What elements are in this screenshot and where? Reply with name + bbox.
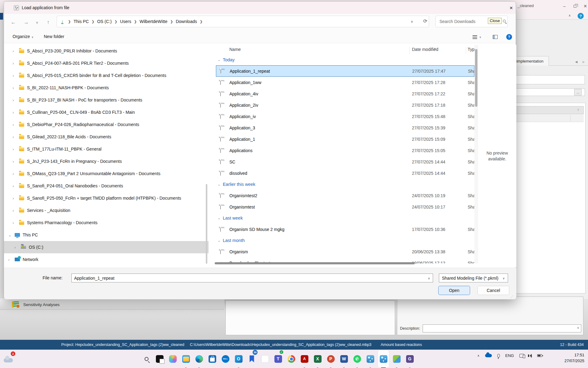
- file-type-select[interactable]: Shared Modeling File (*.pkml): [439, 274, 508, 282]
- chevron-collapsed-icon[interactable]: ›: [13, 220, 16, 225]
- taskbar-item-greenshot[interactable]: [393, 351, 401, 366]
- forward-icon[interactable]: →: [24, 19, 29, 25]
- taskbar-item-acrobat[interactable]: A: [300, 351, 308, 366]
- chevron-down-icon[interactable]: ∨: [428, 277, 430, 280]
- taskbar-item-mobi[interactable]: [379, 351, 387, 366]
- tree-item-s-absci-p24-007-abs-201-prlr-tier2-docum[interactable]: ›S_Absci_P24-007-ABS-201 PRLR Tier2 - Do…: [4, 57, 209, 69]
- chevron-expanded-icon[interactable]: ⌄: [8, 233, 12, 237]
- tree-item-s-absci-p25-015-cxcr5-binder-for-b-and-t[interactable]: ›S_Absci_P25-015_CXCR5 binder for B and …: [4, 69, 209, 82]
- file-row-organismtest2[interactable]: PKMLOrganismtest224/07/2025 10:19Shar: [216, 190, 474, 201]
- tree-item-s-jnj-p23-143-fcrn-in-pregnancy-document[interactable]: ›S_JnJ_P23-143_FcRn in Pregnancy - Docum…: [4, 155, 209, 167]
- file-row-dissolved[interactable]: PKMLdissolved27/07/2025 14:44Shar: [216, 167, 474, 179]
- taskbar-item-gimp[interactable]: G: [406, 351, 414, 366]
- taskbar-item-dell[interactable]: DELL: [221, 351, 229, 366]
- horizontal-scrollbar-thumb[interactable]: [215, 262, 415, 264]
- battery-icon[interactable]: [537, 354, 542, 357]
- chevron-collapsed-icon[interactable]: ›: [13, 184, 16, 188]
- breadcrumb-item-downloads[interactable]: Downloads: [176, 19, 197, 24]
- chevron-collapsed-icon[interactable]: ›: [14, 245, 18, 250]
- file-row-organism-sd-mouse-2-mgkg[interactable]: PKMLOrganism SD Mouse 2 mgkg17/07/2025 1…: [216, 224, 474, 235]
- column-name[interactable]: Name: [229, 47, 241, 52]
- tab-scroll-left-icon[interactable]: ◀: [575, 60, 578, 63]
- breadcrumb-item-wilbertdewitte[interactable]: WilbertdeWitte: [140, 19, 168, 24]
- chevron-collapsed-icon[interactable]: ›: [13, 147, 16, 151]
- chevron-collapsed-icon[interactable]: ›: [13, 86, 16, 90]
- tree-item-s-bi-p23-137-bi-nash-poc-for-transporter[interactable]: ›S_BI_P23-137_BI NASH - PoC for transpor…: [4, 94, 209, 106]
- chevron-collapsed-icon[interactable]: ›: [13, 135, 16, 139]
- group-header-last-month[interactable]: ⌄Last month: [216, 235, 474, 246]
- microphone-icon[interactable]: [497, 354, 500, 358]
- taskbar-item-copilot[interactable]: [169, 351, 177, 366]
- chevron-collapsed-icon[interactable]: ›: [13, 208, 16, 213]
- dialog-close-button[interactable]: ✕: [507, 4, 515, 12]
- preview-pane-icon[interactable]: [493, 35, 498, 39]
- search-box[interactable]: Search Downloads Close: [435, 16, 508, 27]
- tree-item-s-absci-p23-200-prlr-inhibitor-documents[interactable]: ›S_Absci_P23-200_PRLR Inhibitor - Docume…: [4, 45, 209, 57]
- language-indicator[interactable]: ENG: [505, 353, 514, 358]
- file-row-application-3[interactable]: PKMLApplication_327/07/2025 15:39Shar: [216, 122, 474, 133]
- file-list-scrollbar-thumb[interactable]: [475, 49, 477, 107]
- view-options-icon[interactable]: [473, 35, 477, 39]
- chevron-collapsed-icon[interactable]: ›: [13, 122, 16, 127]
- app-close-button[interactable]: ✕: [581, 2, 588, 10]
- app-text-field[interactable]: [513, 75, 585, 84]
- browse-dots-button[interactable]: ...: [574, 89, 582, 95]
- tree-item-systems-pharmacology-documents[interactable]: ›Systems Pharmacology - Documents: [4, 217, 209, 229]
- taskbar-item-chrome[interactable]: [287, 351, 295, 366]
- file-row-application-iv[interactable]: PKMLApplication_iv27/07/2025 15:48Shar: [216, 111, 474, 122]
- taskbar-clock[interactable]: 17:51 27/07/2025: [564, 352, 584, 364]
- organize-button[interactable]: Organize∨: [13, 34, 33, 39]
- file-row-sc[interactable]: PKMLSC27/07/2025 14:44Shar: [216, 156, 474, 167]
- chevron-collapsed-icon[interactable]: ›: [13, 196, 16, 201]
- refresh-icon[interactable]: ⟳: [423, 18, 427, 24]
- tree-item-services-acquisition[interactable]: ›Services - _Acquisition: [4, 204, 209, 217]
- taskbar-item-word[interactable]: W: [340, 351, 348, 366]
- chevron-down-icon[interactable]: ∨: [479, 36, 481, 39]
- chevron-collapsed-icon[interactable]: ›: [13, 159, 16, 164]
- breadcrumb-item-this-pc[interactable]: This PC: [74, 19, 89, 24]
- file-row-application-1-repeat[interactable]: PKMLApplication_1_repeat27/07/2025 17:47…: [216, 65, 474, 77]
- taskbar-item-edge[interactable]: [195, 351, 203, 366]
- tree-scrollbar[interactable]: [206, 184, 207, 264]
- chevron-collapsed-icon[interactable]: ›: [13, 98, 16, 102]
- tree-item-this-pc[interactable]: ⌄This PC: [4, 229, 209, 241]
- chevron-collapsed-icon[interactable]: ›: [13, 49, 16, 53]
- tree-item-s-debiophar-p24-026-radiopharmaceutical-[interactable]: ›S_DebioPhar_P24-026_Radiopharmaceutical…: [4, 118, 209, 131]
- taskbar-item-outlook[interactable]: O: [235, 351, 243, 366]
- up-icon[interactable]: ↑: [47, 19, 50, 25]
- app-minimize-button[interactable]: –: [560, 2, 569, 10]
- tree-item-s-sanofi-p25-050-fcrn-target-tmdd-platfo[interactable]: ›S_Sanofi_P25-050_FcRn + target TMDD pla…: [4, 192, 209, 204]
- tree-item-s-cullinan-p25-004-cln-049-bsab-cd3-flt3[interactable]: ›S_Cullinan_P25-004_ CLN-049 - BsAb CD3 …: [4, 106, 209, 118]
- chevron-collapsed-icon[interactable]: ›: [13, 73, 16, 78]
- taskbar-item-todo[interactable]: 30: [248, 351, 256, 366]
- tree-item-network[interactable]: ›Network: [4, 253, 209, 264]
- taskbar-item-search[interactable]: [142, 351, 150, 366]
- new-folder-button[interactable]: New folder: [44, 34, 64, 39]
- column-date-modified[interactable]: Date modified: [412, 47, 438, 52]
- chevron-down-icon[interactable]: ∨: [503, 277, 505, 280]
- chevron-collapsed-icon[interactable]: ›: [13, 61, 16, 66]
- taskbar-item-file-explorer[interactable]: [182, 351, 190, 366]
- breadcrumb-item-os-c-[interactable]: OS (C:): [97, 19, 111, 24]
- onedrive-icon[interactable]: [485, 354, 492, 357]
- chevron-down-icon[interactable]: ∨: [577, 326, 579, 329]
- resize-grip[interactable]: ⋰: [510, 295, 514, 299]
- chevron-collapsed-icon[interactable]: ›: [13, 110, 16, 115]
- file-row-organism[interactable]: PKMLOrganism20/06/2025 13:38Shar: [216, 246, 474, 257]
- file-row-applications[interactable]: PKMLApplications27/07/2025 15:05Shar: [216, 145, 474, 156]
- taskbar-item-whatsapp[interactable]: ✆: [353, 351, 361, 366]
- sensitivity-analyses-bar[interactable]: Sensitivity Analyses: [0, 300, 224, 310]
- file-row-application-1[interactable]: PKMLApplication_127/07/2025 15:09Shar: [216, 133, 474, 145]
- address-dropdown-icon[interactable]: ∨: [411, 20, 413, 24]
- app-dropdown[interactable]: [515, 106, 584, 114]
- group-header-last-week[interactable]: ⌄Last week: [216, 213, 474, 224]
- help-icon[interactable]: ?: [506, 34, 512, 40]
- tree-item-s-bi-2022-111-nash-pbpk-documents[interactable]: ›S_BI_2022-111_NASH-PBPK - Documents: [4, 82, 209, 94]
- devices-icon[interactable]: [519, 354, 524, 358]
- recent-locations-icon[interactable]: ∨: [36, 21, 38, 25]
- app-restore-button[interactable]: [570, 2, 579, 10]
- file-row-application-4iv[interactable]: PKMLApplication_4iv27/07/2025 17:22Shar: [216, 88, 474, 99]
- taskbar-item-calendar[interactable]: [261, 351, 269, 366]
- tray-overflow-icon[interactable]: ∧: [477, 354, 480, 357]
- tab-scroll-right-icon[interactable]: ▶: [582, 60, 585, 63]
